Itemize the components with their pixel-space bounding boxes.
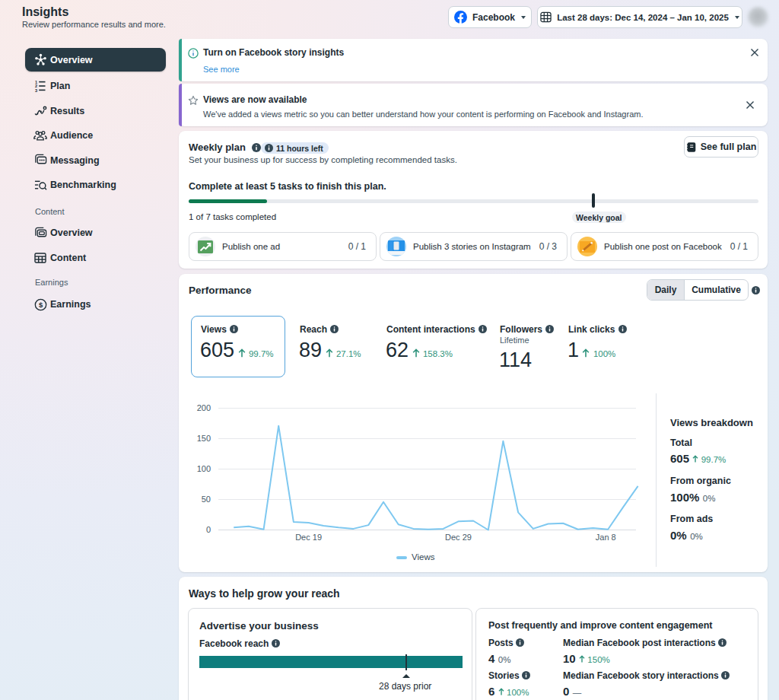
svg-text:3: 3 <box>35 88 37 92</box>
svg-text:0: 0 <box>206 525 211 534</box>
svg-text:100: 100 <box>197 464 211 473</box>
svg-text:50: 50 <box>202 495 211 504</box>
svg-text:Jan 8: Jan 8 <box>596 533 616 542</box>
svg-text:150: 150 <box>197 434 211 443</box>
svg-text:$: $ <box>38 300 43 308</box>
svg-text:Dec 19: Dec 19 <box>295 533 322 542</box>
svg-text:Dec 29: Dec 29 <box>445 533 472 542</box>
svg-text:200: 200 <box>197 403 211 412</box>
